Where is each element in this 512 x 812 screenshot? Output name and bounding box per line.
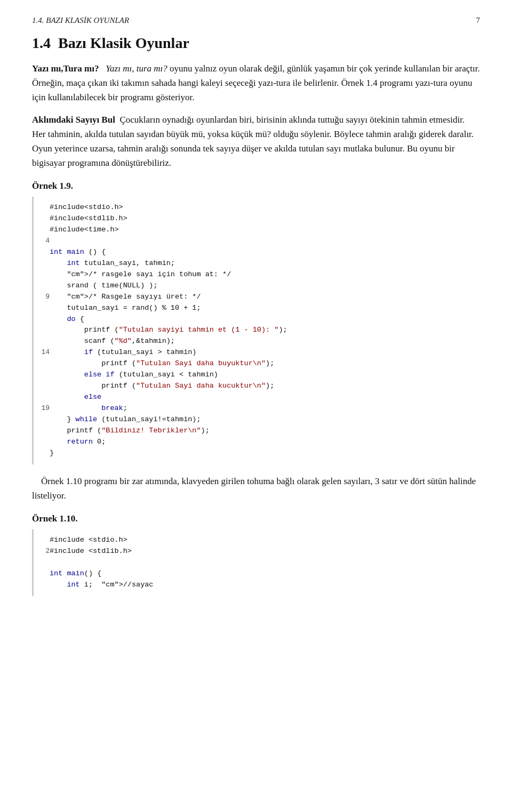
section1-italic-heading: Yazı mı, tura mı? — [106, 63, 167, 74]
code-line: #include <stdlib.h> — [50, 546, 475, 557]
code-line: return 0; — [50, 437, 475, 448]
code-line: printf ("Tutulan Sayi daha kucuktur\n"); — [50, 381, 475, 392]
line-number — [34, 580, 50, 591]
line-number — [34, 280, 50, 292]
code-table-19: #include<stdio.h>#include<stdlib.h>#incl… — [34, 202, 475, 459]
code-line: printf ("Tutulan Sayi daha buyuktur\n"); — [50, 358, 475, 369]
code-line: printf ("Bildiniz! Tebrikler\n"); — [50, 425, 475, 437]
line-number — [34, 269, 50, 280]
header-left: 1.4. BAZI KLASİK OYUNLAR — [32, 16, 129, 25]
code-table-110: #include <stdio.h>2#include <stdlib.h> i… — [34, 535, 475, 591]
code-line: else if (tutulan_sayi < tahmin) — [50, 369, 475, 381]
code-block-110: #include <stdio.h>2#include <stdlib.h> i… — [32, 529, 480, 596]
code-line: break; — [50, 403, 475, 414]
code-line: #include<stdlib.h> — [50, 213, 475, 224]
line-number — [34, 247, 50, 258]
ornek19-label: Örnek 1.9. — [32, 181, 480, 191]
line-number: 4 — [34, 236, 50, 247]
code-line: int i; "cm">//sayac — [50, 580, 475, 591]
code-line: else — [50, 392, 475, 403]
line-number — [34, 369, 50, 381]
code-line: do { — [50, 314, 475, 325]
line-number — [34, 568, 50, 580]
line-number: 2 — [34, 546, 50, 557]
line-number — [34, 224, 50, 236]
line-number: 19 — [34, 403, 50, 414]
code-line: #include<stdio.h> — [50, 202, 475, 213]
code-line: int main () { — [50, 247, 475, 258]
code-line: } while (tutulan_sayi!=tahmin); — [50, 414, 475, 425]
line-number — [34, 437, 50, 448]
section1-heading: Yazı mı,Tura mı? — [32, 63, 99, 74]
line-number — [34, 202, 50, 213]
line-number — [34, 213, 50, 224]
para-between: Örnek 1.10 programı bir zar atımında, kl… — [32, 474, 480, 503]
header-right: 7 — [476, 16, 481, 25]
code-line: srand ( time(NULL) ); — [50, 280, 475, 292]
line-number — [34, 448, 50, 459]
code-line: #include <stdio.h> — [50, 535, 475, 546]
code-line: int main() { — [50, 568, 475, 580]
code-line: } — [50, 448, 475, 459]
line-number — [34, 392, 50, 403]
line-number — [34, 557, 50, 568]
code-line: "cm">/* Rasgele sayıyı üret: */ — [50, 292, 475, 303]
line-number — [34, 336, 50, 347]
ornek110-label: Örnek 1.10. — [32, 513, 480, 524]
code-line — [50, 557, 475, 568]
line-number — [34, 414, 50, 425]
page-header: 1.4. BAZI KLASİK OYUNLAR 7 — [32, 16, 480, 25]
line-number — [34, 314, 50, 325]
code-line: "cm">/* rasgele sayı için tohum at: */ — [50, 269, 475, 280]
code-line: if (tutulan_sayi > tahmin) — [50, 347, 475, 358]
line-number: 14 — [34, 347, 50, 358]
line-number — [34, 325, 50, 336]
code-line: int tutulan_sayi, tahmin; — [50, 258, 475, 269]
code-line: scanf ("%d",&tahmin); — [50, 336, 475, 347]
section1-para: Yazı mı,Tura mı? Yazı mı, tura mı? oyunu… — [32, 61, 480, 105]
line-number: 9 — [34, 292, 50, 303]
code-line: printf ("Tutulan sayiyi tahmin et (1 - 1… — [50, 325, 475, 336]
code-line: #include<time.h> — [50, 224, 475, 236]
line-number — [34, 425, 50, 437]
chapter-title: 1.4 Bazı Klasik Oyunlar — [32, 35, 480, 52]
line-number — [34, 381, 50, 392]
line-number — [34, 258, 50, 269]
code-block-19: #include<stdio.h>#include<stdlib.h>#incl… — [32, 197, 480, 464]
line-number — [34, 303, 50, 314]
section2-heading: Aklımdaki Sayıyı Bul — [32, 115, 115, 125]
code-line — [50, 236, 475, 247]
section2-para: Aklımdaki Sayıyı Bul Çocukların oynadığı… — [32, 112, 480, 171]
code-line: tutulan_sayi = rand() % 10 + 1; — [50, 303, 475, 314]
line-number — [34, 535, 50, 546]
line-number — [34, 358, 50, 369]
